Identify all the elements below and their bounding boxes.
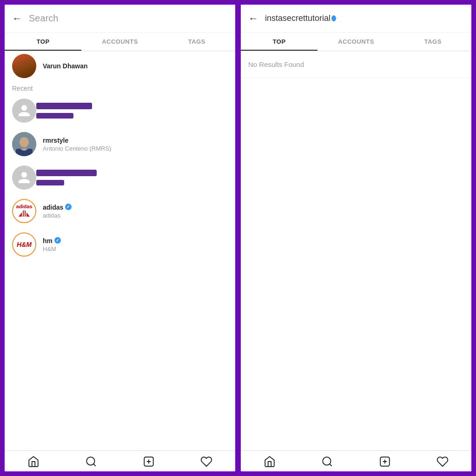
home-icon bbox=[27, 456, 40, 468]
svg-point-12 bbox=[323, 457, 331, 465]
heart-icon bbox=[200, 456, 212, 468]
right-content: No Results Found bbox=[241, 51, 471, 450]
tab-accounts-left[interactable]: ACCOUNTS bbox=[81, 33, 158, 51]
list-item-adidas[interactable]: adidas adidas adidas bbox=[5, 194, 235, 228]
left-nav-heart[interactable] bbox=[178, 456, 235, 468]
left-content: Varun Dhawan Recent bbox=[5, 51, 235, 450]
list-item-redacted-1[interactable] bbox=[5, 94, 235, 127]
rmrs-name: Antonio Centeno (RMRS) bbox=[43, 145, 111, 152]
adidas-name: adidas bbox=[43, 212, 72, 219]
adidas-username: adidas bbox=[43, 203, 72, 211]
search-title: Search bbox=[29, 13, 228, 24]
right-search-icon bbox=[321, 456, 333, 468]
avatar-hm: H&M bbox=[12, 232, 36, 257]
varun-info: Varun Dhawan bbox=[43, 62, 87, 70]
rmrs-avatar-img bbox=[12, 132, 36, 156]
svg-line-13 bbox=[330, 464, 332, 466]
person-icon-1 bbox=[17, 104, 31, 118]
rmrs-username: rmrstyle bbox=[43, 137, 111, 144]
svg-point-7 bbox=[86, 457, 94, 465]
search-icon bbox=[85, 456, 97, 468]
avatar-rmrs bbox=[12, 132, 36, 156]
list-item-varun[interactable]: Varun Dhawan bbox=[5, 51, 235, 81]
tab-tags-right[interactable]: TAGS bbox=[395, 33, 471, 51]
avatar-redacted-2 bbox=[12, 165, 36, 190]
recent-label: Recent bbox=[5, 81, 235, 94]
tab-top-right[interactable]: TOP bbox=[241, 33, 317, 51]
search-query-text: instasecrettutorial bbox=[265, 13, 331, 23]
left-bottom-nav bbox=[5, 450, 235, 471]
back-button-right[interactable]: ← bbox=[248, 13, 258, 24]
hm-name: H&M bbox=[43, 245, 61, 252]
left-nav-home[interactable] bbox=[5, 456, 62, 468]
adidas-info: adidas adidas bbox=[43, 203, 72, 219]
list-item-rmrs[interactable]: rmrstyle Antonio Centeno (RMRS) bbox=[5, 127, 235, 161]
right-heart-icon bbox=[436, 456, 449, 468]
add-icon bbox=[143, 456, 155, 468]
right-nav-add[interactable] bbox=[356, 456, 414, 468]
avatar-redacted-1 bbox=[12, 99, 36, 123]
left-nav-add[interactable] bbox=[120, 456, 178, 468]
back-button-left[interactable]: ← bbox=[12, 13, 22, 24]
avatar-adidas: adidas bbox=[12, 199, 36, 223]
left-nav-search[interactable] bbox=[62, 456, 120, 468]
left-phone-panel: ← Search TOP ACCOUNTS TAGS Varun Dhawan … bbox=[4, 4, 236, 472]
tab-top-left[interactable]: TOP bbox=[5, 33, 81, 51]
app-wrapper: ← Search TOP ACCOUNTS TAGS Varun Dhawan … bbox=[0, 0, 476, 476]
search-query-display[interactable]: instasecrettutorial bbox=[265, 13, 464, 23]
adidas-stripes bbox=[19, 209, 30, 217]
adidas-logo: adidas bbox=[16, 204, 33, 218]
right-header: ← instasecrettutorial bbox=[241, 5, 471, 33]
right-bottom-nav bbox=[241, 450, 471, 471]
adidas-verified bbox=[65, 204, 72, 210]
redacted-2-block bbox=[36, 170, 97, 178]
left-tabs: TOP ACCOUNTS TAGS bbox=[5, 33, 235, 51]
tab-tags-left[interactable]: TAGS bbox=[159, 33, 235, 51]
right-nav-search[interactable] bbox=[298, 456, 356, 468]
right-phone-panel: ← instasecrettutorial TOP ACCOUNTS TAGS … bbox=[240, 4, 472, 472]
person-icon-2 bbox=[17, 171, 31, 185]
text-cursor bbox=[331, 15, 336, 21]
right-nav-home[interactable] bbox=[241, 456, 298, 468]
right-nav-heart[interactable] bbox=[414, 456, 471, 468]
right-tabs: TOP ACCOUNTS TAGS bbox=[241, 33, 471, 51]
right-add-icon bbox=[379, 456, 391, 468]
left-header: ← Search bbox=[5, 5, 235, 33]
varun-username: Varun Dhawan bbox=[43, 62, 87, 70]
svg-point-1 bbox=[20, 137, 29, 147]
hm-verified bbox=[54, 237, 61, 244]
list-item-hm[interactable]: H&M hm H&M bbox=[5, 228, 235, 261]
list-item-redacted-2[interactable] bbox=[5, 161, 235, 194]
svg-line-8 bbox=[93, 464, 96, 466]
right-home-icon bbox=[264, 456, 276, 468]
hm-info: hm H&M bbox=[43, 237, 61, 252]
redacted-1-info bbox=[36, 103, 92, 119]
tab-accounts-right[interactable]: ACCOUNTS bbox=[317, 33, 394, 51]
redacted-1-block bbox=[36, 103, 92, 111]
no-results-message: No Results Found bbox=[241, 51, 471, 78]
rmrs-info: rmrstyle Antonio Centeno (RMRS) bbox=[43, 137, 111, 152]
hm-username: hm bbox=[43, 237, 61, 245]
hm-logo-text: H&M bbox=[17, 241, 32, 248]
redacted-2-info bbox=[36, 170, 97, 185]
avatar-varun bbox=[12, 54, 36, 78]
